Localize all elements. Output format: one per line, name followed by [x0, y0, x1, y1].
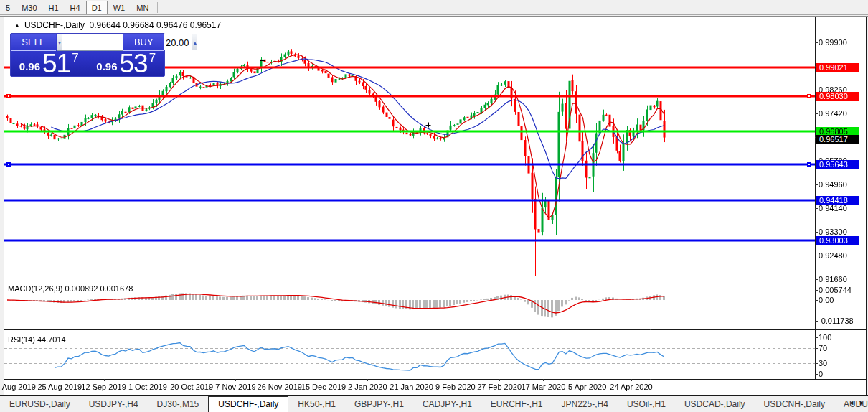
chart-tab-bar: EURUSD-,DailyUSDJPY-,H4DJ30-,M15USDCHF-,…	[0, 396, 868, 412]
rsi-axis-label: 70	[819, 344, 827, 353]
tab-usdcnh-daily[interactable]: USDCNH-,Daily	[755, 398, 834, 412]
rsi-axis-label: 0	[819, 370, 823, 379]
price-axis-tick: 0.91660	[819, 275, 847, 284]
price-axis-tick: 0.97420	[819, 109, 847, 118]
time-axis-label: 1 Oct 2019	[128, 383, 167, 391]
price-level-label: 0.95643	[816, 160, 859, 169]
time-axis-label: 5 Apr 2020	[568, 383, 606, 391]
time-axis-label: 15 Dec 2019	[301, 383, 346, 391]
buy-price-display[interactable]: 0.96537	[88, 51, 165, 77]
scroll-right-icon[interactable]: ►	[859, 399, 865, 406]
scroll-left-icon[interactable]: ◄	[848, 399, 854, 406]
rsi-indicator-label: RSI(14) 44.7014	[8, 335, 66, 344]
rsi-axis-label: 30	[819, 359, 827, 368]
current-price-label: 0.96517	[816, 135, 859, 144]
time-axis-label: 21 Jan 2020	[390, 383, 433, 391]
timeframe-mn[interactable]: MN	[131, 1, 154, 14]
tab-eurchf-h1[interactable]: EURCHF-,H1	[481, 398, 552, 412]
caret-down-icon: ▼	[57, 40, 62, 45]
tab-usdchf-daily[interactable]: USDCHF-,Daily	[208, 396, 288, 412]
price-level-label: 0.98030	[816, 92, 859, 101]
sell-price-display[interactable]: 0.96517	[11, 51, 88, 77]
sell-price-pips: 51	[42, 53, 70, 75]
macd-indicator-label: MACD(12,26,9) 0.000892 0.001678	[8, 284, 133, 293]
time-axis-label: 20 Oct 2019	[170, 383, 213, 391]
time-axis-label: 24 Apr 2020	[610, 383, 652, 391]
time-axis-label: 27 Feb 2020	[477, 383, 522, 391]
timeframe-toolbar: 5M30H1H4D1W1MN	[0, 0, 868, 15]
chart-ohlc-values: 0.96644 0.96684 0.96476 0.96517	[90, 20, 222, 30]
price-level-label: 0.99021	[816, 63, 859, 72]
chart-symbol-period: USDCHF-,Daily	[24, 20, 85, 30]
macd-axis-label: 0.005744	[819, 286, 852, 295]
timeframe-w1[interactable]: W1	[108, 1, 131, 14]
tab-dj30-m15[interactable]: DJ30-,M15	[148, 398, 209, 412]
volume-increase-button[interactable]: ▲	[192, 34, 197, 50]
price-level-label: 0.94418	[816, 196, 859, 205]
tab-scroll-buttons: ◄►	[848, 399, 865, 406]
time-axis-label: 2 Jan 2020	[348, 383, 387, 391]
time-axis-label: 9 Feb 2020	[435, 383, 476, 391]
timeframe-h1[interactable]: H1	[43, 1, 65, 14]
timeframe-5[interactable]: 5	[0, 1, 16, 14]
tab-usdjpy-h4[interactable]: USDJPY-,H4	[80, 398, 148, 412]
sell-price-point: 7	[72, 51, 78, 65]
tab-jpn225-h4[interactable]: JPN225-,H4	[552, 398, 618, 412]
tab-usoil-h1[interactable]: USOil-,H1	[618, 398, 675, 412]
price-level-label: 0.93003	[816, 236, 859, 245]
toolbar-separator	[157, 2, 158, 13]
chart-header: ▲USDCHF-,Daily 0.96644 0.96684 0.96476 0…	[14, 20, 221, 30]
rsi-axis-label: 100	[819, 333, 831, 342]
time-axis-label: 6 Aug 2019	[0, 383, 36, 391]
macd-axis-label: 0.00	[819, 296, 834, 305]
sell-price-figure: 0.96	[19, 60, 40, 72]
time-axis-label: 12 Sep 2019	[81, 383, 126, 391]
time-axis-label: 25 Aug 2019	[37, 383, 82, 391]
tab-usdcad-daily[interactable]: USDCAD-,Daily	[675, 398, 755, 412]
mt4-terminal: 5M30H1H4D1W1MN ▲USDCHF-,Daily 0.96644 0.…	[0, 0, 868, 412]
collapse-triangle-icon: ▲	[14, 22, 20, 29]
timeframe-d1[interactable]: D1	[86, 1, 108, 14]
volume-decrease-button[interactable]: ▼	[57, 34, 63, 50]
time-axis-label: 17 Mar 2020	[522, 383, 566, 391]
tab-eurusd-daily[interactable]: EURUSD-,Daily	[0, 398, 80, 412]
tab-gbpjpy-h1[interactable]: GBPJPY-,H1	[345, 398, 413, 412]
buy-price-pips: 53	[120, 53, 148, 75]
price-axis-tick: 0.94960	[819, 180, 847, 189]
caret-up-icon: ▲	[192, 40, 197, 45]
timeframe-m30[interactable]: M30	[16, 1, 42, 14]
trade-prices-row: 0.96517 0.96537	[11, 51, 164, 77]
tab-cadjpy-h1[interactable]: CADJPY-,H1	[413, 398, 481, 412]
timeframe-h4[interactable]: H4	[65, 1, 86, 14]
tab-hk50-h1[interactable]: HK50-,H1	[288, 398, 345, 412]
price-axis-tick: 0.92480	[819, 251, 847, 261]
macd-axis-label: -0.011738	[819, 317, 854, 326]
price-axis-tick: 0.99900	[819, 38, 847, 47]
buy-price-point: 7	[149, 51, 156, 65]
one-click-trading-panel: SELL ▼ ▲ BUY 0.96517 0.96537	[10, 33, 165, 77]
time-axis-label: 26 Nov 2019	[258, 383, 302, 391]
price-axis-tick: 0.94140	[819, 204, 847, 213]
time-axis-label: 7 Nov 2019	[215, 383, 255, 391]
buy-price-figure: 0.96	[96, 60, 117, 72]
